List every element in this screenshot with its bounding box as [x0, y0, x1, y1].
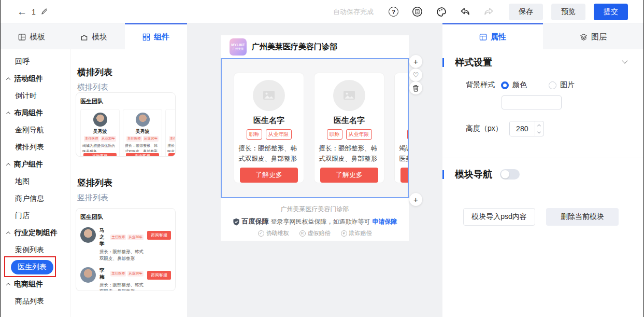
consult-button[interactable]: 咨询客服: [168, 153, 176, 157]
years-badge: 从业30年: [127, 271, 144, 277]
tab-module[interactable]: 模块: [63, 23, 125, 49]
vertical-list-subtitle[interactable]: 竖排列表: [77, 193, 108, 203]
tab-layers-label: 图层: [591, 32, 607, 42]
doctor-list-selected-pill[interactable]: 医生列表: [11, 260, 53, 274]
component-icon: [142, 33, 150, 41]
fraud-compensation-item: ¥欺诈赔偿: [341, 229, 372, 237]
add-module-above-button[interactable]: +: [409, 55, 422, 68]
submit-button[interactable]: 提交: [594, 4, 628, 20]
years-badge: 从业年限: [266, 129, 292, 140]
title-badge: 主任医师: [84, 136, 99, 142]
tab-properties[interactable]: 属性: [442, 23, 543, 49]
site-footer: 广州美莱医疗美容门诊部 百度保障 登录享网民权益保障，如遇欺诈等可 申请保障 ✓…: [221, 198, 409, 241]
tab-layers[interactable]: 图层: [543, 23, 643, 49]
sidebar-item-map[interactable]: 地图: [1, 173, 70, 190]
favorite-module-button[interactable]: ♡: [409, 68, 422, 81]
sidebar-group-activity[interactable]: 活动组件: [1, 70, 70, 87]
consult-button[interactable]: 咨询客服: [126, 153, 159, 157]
height-input[interactable]: [510, 121, 535, 136]
tab-component[interactable]: 组件: [125, 23, 187, 49]
sidebar-item-merchant-info[interactable]: 商户信息: [1, 190, 70, 207]
preview-button[interactable]: 预览: [551, 4, 585, 20]
preview-card-title: 医生团队: [80, 98, 171, 105]
sidebar-item-case-list[interactable]: 案例列表: [1, 241, 70, 258]
consult-button[interactable]: 咨询客服: [83, 153, 117, 157]
sidebar-item-doctor-list[interactable]: 医生列表: [1, 258, 70, 275]
sidebar-group-layout[interactable]: 布局组件: [1, 104, 70, 121]
baidu-shield-icon: [233, 218, 240, 226]
doctor-card[interactable]: 医生名字 职称从业年限 竭诚为您提供优质的医美服务 了解更多: [394, 73, 409, 183]
vertical-doctor-row: 李梅主任医师从业30年 擅长：眼部整形、韩式双眼皮、鼻部整形 咨询客服: [80, 265, 171, 292]
mini-doctor-row: 吴秀波 主任医师从业30年 竭诚为您提供优质的医美服务 咨询客服 吴秀波 主任医…: [80, 109, 171, 157]
style-settings-header: 样式设置: [442, 56, 492, 69]
guarantee-text: 登录享网民权益保障，如遇欺诈等可: [271, 217, 370, 226]
collapse-section-icon[interactable]: [622, 58, 627, 63]
horizontal-list-subtitle[interactable]: 横排列表: [77, 82, 108, 92]
sidebar-item-kingkong-nav[interactable]: 金刚导航: [1, 121, 70, 139]
consult-button[interactable]: 咨询客服: [147, 231, 171, 240]
theme-palette-icon[interactable]: [436, 6, 447, 17]
module-nav-header: 模块导航: [442, 168, 520, 181]
horizontal-list-preview-card[interactable]: 医生团队 吴秀波 主任医师从业30年 竭诚为您提供优质的医美服务 咨询客服 吴秀…: [76, 92, 176, 157]
years-badge: 从业30年: [127, 235, 144, 240]
site-logo: MYLIKE 广州美莱: [230, 38, 247, 56]
sidebar-group-industry[interactable]: 行业定制组件: [1, 224, 70, 241]
step-up-button[interactable]: [535, 121, 543, 129]
learn-more-button[interactable]: 了解更多: [320, 168, 378, 183]
background-color-input[interactable]: [502, 95, 562, 109]
edit-title-icon[interactable]: [40, 8, 48, 16]
selected-doctor-list-module[interactable]: 医生名字 职称从业年限 擅长：眼部整形、韩式双眼皮、鼻部整形 了解更多 医生名字…: [221, 58, 409, 198]
vertical-list-title: 竖排列表: [77, 177, 112, 189]
help-icon[interactable]: ?: [388, 6, 399, 17]
vertical-list-preview-card[interactable]: 医生团队 马之学主任医师从业30年 擅长：眼部整形、韩式双眼皮、鼻部整形 咨询客…: [76, 208, 176, 291]
site-header[interactable]: MYLIKE 广州美莱 广州美莱医疗美容门诊部: [221, 35, 409, 58]
save-button[interactable]: 保存: [509, 4, 543, 20]
step-down-button[interactable]: [535, 129, 543, 136]
guarantee-title: 百度保障: [242, 217, 269, 226]
delete-current-module-button[interactable]: 删除当前模块: [546, 208, 619, 226]
toolbar-right: 自动保存完成 ? 保存 预览 提交: [333, 0, 628, 23]
sidebar-item-countdown[interactable]: 倒计时: [1, 87, 70, 104]
trash-icon: [412, 85, 419, 92]
doctor-card[interactable]: 医生名字 职称从业年限 擅长：眼部整形、韩式双眼皮、鼻部整形 了解更多: [314, 73, 384, 183]
sidebar-group-merchant[interactable]: 商户组件: [1, 156, 70, 173]
years-badge: 从业30年: [101, 136, 117, 142]
sidebar-item-store[interactable]: 门店: [1, 207, 70, 224]
consult-button[interactable]: 咨询客服: [147, 271, 171, 280]
background-style-row: 背景样式 颜色 图片: [466, 80, 575, 90]
tab-template[interactable]: 模板: [1, 23, 63, 49]
fake-compensation-item: R虚假赔偿: [299, 229, 331, 237]
module-nav-toggle[interactable]: [500, 169, 520, 180]
title-badge: 主任医师: [126, 136, 142, 142]
undo-icon[interactable]: [460, 6, 470, 17]
collapse-icon: [6, 77, 10, 81]
divider: [442, 158, 643, 158]
title-badge: 职称: [247, 129, 262, 140]
section-marker: [442, 170, 444, 179]
radio-color[interactable]: 颜色: [501, 80, 527, 90]
doctor-avatar: [80, 227, 96, 243]
component-sidebar: 回呼 活动组件 倒计时 布局组件 金刚导航 横排列表 商户组件 地图 商户信息 …: [1, 49, 70, 317]
delete-module-button[interactable]: [409, 81, 422, 94]
doctor-card[interactable]: 医生名字 职称从业年限 擅长：眼部整形、韩式双眼皮、鼻部整形 了解更多: [234, 73, 304, 183]
toolbar-left: ← 1: [17, 0, 48, 23]
feedback-icon[interactable]: [412, 6, 423, 17]
sidebar-group-ecommerce[interactable]: 电商组件: [1, 275, 70, 293]
sidebar-item-horizontal-list[interactable]: 横排列表: [1, 139, 70, 156]
height-label: 高度（px）: [466, 124, 503, 133]
years-badge: 从业年限: [346, 129, 372, 140]
learn-more-button[interactable]: 了解更多: [400, 168, 409, 183]
import-psd-button[interactable]: 模块导入psd内容: [463, 208, 535, 226]
sidebar-item-product-list[interactable]: 商品列表: [1, 293, 70, 310]
redo-icon[interactable]: [483, 6, 494, 17]
autosave-status: 自动保存完成: [333, 7, 374, 17]
apply-guarantee-link[interactable]: 申请保障: [373, 217, 397, 226]
add-module-below-button[interactable]: +: [409, 193, 422, 206]
learn-more-button[interactable]: 了解更多: [240, 168, 298, 183]
radio-image[interactable]: 图片: [549, 80, 575, 90]
tab-module-label: 模块: [92, 32, 107, 42]
doctor-cards-row: 医生名字 职称从业年限 擅长：眼部整形、韩式双眼皮、鼻部整形 了解更多 医生名字…: [234, 73, 409, 183]
sidebar-item-huihu[interactable]: 回呼: [1, 53, 70, 70]
tab-component-label: 组件: [154, 32, 169, 42]
back-icon[interactable]: ←: [17, 7, 27, 17]
